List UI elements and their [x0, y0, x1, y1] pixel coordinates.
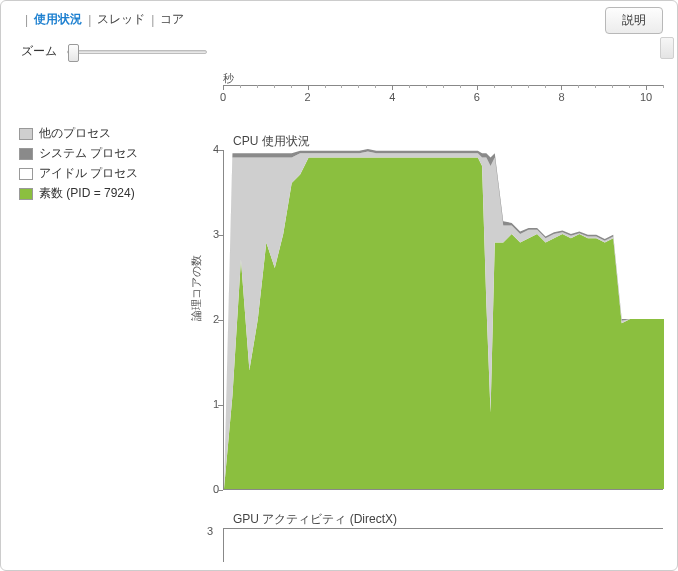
x-tick-minor — [426, 85, 427, 88]
legend-item-idle: アイドル プロセス — [19, 165, 138, 182]
y-tick-label: 2 — [201, 313, 219, 325]
legend-item-other: 他のプロセス — [19, 125, 138, 142]
profiler-window: | 使用状況 | スレッド | コア 説明 ズーム 秒 0246810 他のプロ… — [0, 0, 678, 571]
y-tick-label: 3 — [201, 228, 219, 240]
x-tick-minor — [578, 85, 579, 88]
vertical-scrollbar-thumb[interactable] — [660, 37, 674, 59]
x-tick-minor — [291, 85, 292, 88]
x-tick-minor — [358, 85, 359, 88]
cpu-chart — [223, 150, 663, 490]
cpu-chart-svg — [224, 149, 664, 489]
x-tick — [223, 85, 224, 90]
x-tick-label: 2 — [305, 91, 311, 103]
legend: 他のプロセスシステム プロセスアイドル プロセス素数 (PID = 7924) — [19, 125, 138, 205]
legend-swatch — [19, 168, 33, 180]
legend-label: システム プロセス — [39, 145, 138, 162]
legend-label: 他のプロセス — [39, 125, 111, 142]
legend-swatch — [19, 128, 33, 140]
gpu-chart-title: GPU アクティビティ (DirectX) — [233, 511, 397, 528]
area-series — [224, 158, 664, 490]
x-tick-minor — [274, 85, 275, 88]
x-tick-minor — [341, 85, 342, 88]
x-tick-minor — [511, 85, 512, 88]
x-tick-minor — [240, 85, 241, 88]
x-tick — [561, 85, 562, 90]
cpu-chart-title: CPU 使用状況 — [233, 133, 310, 150]
legend-swatch — [19, 148, 33, 160]
zoom-control: ズーム — [21, 43, 207, 60]
x-tick — [477, 85, 478, 90]
x-tick-label: 4 — [389, 91, 395, 103]
gpu-chart — [223, 528, 663, 562]
x-axis-unit-label: 秒 — [223, 71, 234, 86]
y-tick-label: 1 — [201, 398, 219, 410]
x-tick — [392, 85, 393, 90]
x-tick — [308, 85, 309, 90]
legend-item-system: システム プロセス — [19, 145, 138, 162]
x-tick-minor — [663, 85, 664, 88]
x-tick-minor — [443, 85, 444, 88]
x-tick-label: 10 — [640, 91, 652, 103]
x-tick-label: 0 — [220, 91, 226, 103]
tab-cores[interactable]: コア — [160, 11, 184, 28]
zoom-slider[interactable] — [67, 50, 207, 54]
zoom-slider-thumb[interactable] — [68, 44, 79, 62]
x-tick — [646, 85, 647, 90]
x-tick-label: 8 — [558, 91, 564, 103]
tab-threads[interactable]: スレッド — [97, 11, 145, 28]
y-tick-label: 4 — [201, 143, 219, 155]
x-tick-minor — [545, 85, 546, 88]
gpu-y-tick-label: 3 — [207, 525, 213, 537]
tab-separator: | — [151, 13, 154, 27]
x-tick-minor — [325, 85, 326, 88]
x-tick-minor — [528, 85, 529, 88]
tab-usage[interactable]: 使用状況 — [34, 11, 82, 28]
view-tabs: | 使用状況 | スレッド | コア — [19, 11, 184, 28]
y-axis-label: 論理コアの数 — [189, 255, 204, 321]
legend-label: アイドル プロセス — [39, 165, 138, 182]
x-tick-minor — [257, 85, 258, 88]
legend-label: 素数 (PID = 7924) — [39, 185, 135, 202]
x-tick-minor — [595, 85, 596, 88]
legend-item-app: 素数 (PID = 7924) — [19, 185, 138, 202]
x-tick-minor — [629, 85, 630, 88]
tab-separator: | — [25, 13, 28, 27]
x-axis: 0246810 — [223, 85, 663, 103]
x-tick-label: 6 — [474, 91, 480, 103]
legend-swatch — [19, 188, 33, 200]
x-tick-minor — [375, 85, 376, 88]
help-button[interactable]: 説明 — [605, 7, 663, 34]
y-tick — [218, 490, 223, 491]
x-tick-minor — [460, 85, 461, 88]
y-tick-label: 0 — [201, 483, 219, 495]
zoom-label: ズーム — [21, 43, 57, 60]
x-tick-minor — [409, 85, 410, 88]
x-tick-minor — [612, 85, 613, 88]
tab-separator: | — [88, 13, 91, 27]
x-tick-minor — [494, 85, 495, 88]
